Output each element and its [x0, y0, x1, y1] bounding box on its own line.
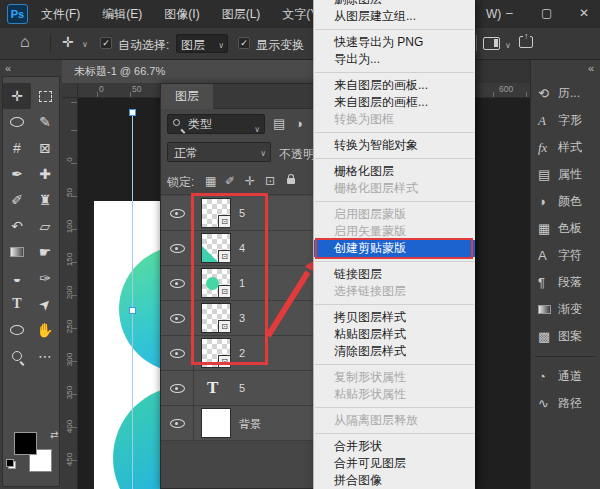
context-menu-item-24[interactable]: 清除图层样式 [314, 343, 475, 360]
foreground-color-swatch[interactable] [14, 432, 37, 455]
context-menu-item-7[interactable]: 来自图层的画框... [314, 94, 475, 111]
default-colors-icon[interactable] [6, 459, 16, 469]
workspace-icon[interactable] [483, 37, 500, 50]
visibility-eye-icon[interactable] [170, 349, 185, 358]
context-menu-item-23[interactable]: 粘贴图层样式 [314, 326, 475, 343]
menubar-item-3[interactable]: 图层(L) [211, 6, 272, 23]
context-menu-item-31[interactable]: 合并形状 [314, 438, 475, 455]
close-button[interactable]: ✕ [579, 6, 589, 20]
color-swatches: ⇄ [3, 429, 61, 485]
visibility-eye-icon[interactable] [170, 314, 185, 323]
healing-brush-tool[interactable]: ✚ [31, 161, 59, 187]
gradient-tool[interactable] [3, 239, 31, 265]
visibility-eye-icon[interactable] [170, 419, 185, 428]
edit-toolbar[interactable]: ⋯ [31, 343, 59, 369]
collapse-panel-icon[interactable]: « [5, 62, 11, 74]
dock-panel-paths[interactable]: ∿路径 [531, 390, 600, 417]
visibility-eye-icon[interactable] [170, 209, 185, 218]
layer-thumbnail[interactable] [201, 408, 231, 438]
layers-filter-dropdown[interactable]: 类型∨ [167, 114, 265, 134]
move-tool[interactable]: ✛ [3, 83, 31, 109]
document-tab[interactable]: 未标题-1 @ 66.7% [62, 60, 322, 83]
minimize-button[interactable]: – [506, 6, 513, 20]
context-menu-item-22[interactable]: 拷贝图层样式 [314, 309, 475, 326]
lock-all-icon[interactable] [287, 178, 295, 184]
context-menu-item-17[interactable]: 创建剪贴蒙版 [314, 240, 475, 257]
frame-tool[interactable]: ⊠ [31, 135, 59, 161]
collapse-panel-icon[interactable]: « [588, 62, 594, 74]
maximize-button[interactable]: ▢ [541, 6, 552, 20]
move-tool-icon[interactable]: ✛ [62, 34, 74, 50]
context-menu-item-6[interactable]: 来自图层的画板... [314, 77, 475, 94]
filter-adjustment-layers-icon[interactable]: ◑ [295, 116, 303, 131]
context-menu-item-1[interactable]: 从图层建立组... [314, 8, 475, 25]
home-icon[interactable]: ⌂ [20, 33, 30, 51]
lock-transparency-icon[interactable]: ▦ [205, 174, 216, 188]
zoom-tool[interactable] [3, 343, 31, 369]
lock-artboard-icon[interactable]: ⊡ [265, 174, 275, 188]
quick-select-tool[interactable]: ✎ [31, 109, 59, 135]
lock-position-icon[interactable]: ✛ [245, 174, 255, 188]
visibility-eye-icon[interactable] [170, 279, 185, 288]
context-menu-item-33[interactable]: 拼合图像 [314, 472, 475, 489]
crop-tool[interactable]: # [3, 135, 31, 161]
dock-panel-paragraph[interactable]: ¶段落 [531, 269, 600, 296]
type-tool[interactable]: T [3, 291, 31, 317]
filter-pixel-layers-icon[interactable]: ▤ [273, 116, 285, 131]
dock-panel-patterns[interactable]: ▩图案 [531, 323, 600, 350]
context-menu-item-12[interactable]: 栅格化图层 [314, 163, 475, 180]
marquee-tool[interactable] [31, 83, 59, 109]
dock-panel-character[interactable]: A字符 [531, 242, 600, 269]
layer-name: 背景 [239, 417, 261, 432]
eraser-tool[interactable]: ▱ [31, 213, 59, 239]
clone-stamp-tool[interactable]: ♜ [31, 187, 59, 213]
menubar-item-2[interactable]: 图像(I) [153, 6, 210, 23]
context-menu-item-0[interactable]: 删除图层 [314, 0, 475, 8]
chevron-down-icon[interactable]: ∨ [82, 40, 88, 49]
dock-panel-history[interactable]: ⟲历... [531, 80, 600, 107]
dock-panel-channels[interactable]: ◔通道 [531, 363, 600, 390]
visibility-eye-icon[interactable] [170, 244, 185, 253]
context-menu-item-32[interactable]: 合并可见图层 [314, 455, 475, 472]
dock-panel-styles[interactable]: fx样式 [531, 134, 600, 161]
auto-select-target-dropdown[interactable]: 图层∨ [176, 34, 228, 53]
menu-window-partial[interactable]: W) [486, 7, 501, 21]
context-menu-item-4[interactable]: 导出为... [314, 51, 475, 68]
transform-handle-middle[interactable] [129, 307, 136, 314]
pen-tool[interactable]: ✑ [31, 265, 59, 291]
visibility-eye-icon[interactable] [170, 384, 185, 393]
lock-paint-icon[interactable]: ✐ [225, 174, 235, 188]
context-menu-item-3[interactable]: 快速导出为 PNG [314, 34, 475, 51]
menubar-item-1[interactable]: 编辑(E) [91, 6, 153, 23]
dock-panel-properties[interactable]: ▤属性 [531, 161, 600, 188]
transform-handle-top[interactable] [129, 109, 136, 116]
path-select-tool[interactable]: ➤ [31, 291, 59, 317]
ruler-corner [62, 83, 78, 98]
smudge-tool[interactable]: ☛ [31, 239, 59, 265]
chevron-down-icon[interactable]: ∨ [505, 41, 511, 50]
dodge-tool[interactable]: ◒ [3, 265, 31, 291]
dock-panel-glyphs[interactable]: A字形 [531, 107, 600, 134]
text-layer-thumbnail[interactable]: T [207, 378, 218, 398]
v-ruler-label: 200 [65, 285, 74, 301]
show-transform-checkbox[interactable]: ✓ [238, 37, 250, 49]
share-icon[interactable] [519, 36, 533, 48]
marquee-tool-glyph [39, 91, 52, 102]
menubar-item-0[interactable]: 文件(F) [30, 6, 91, 23]
swap-colors-icon[interactable]: ⇄ [50, 429, 58, 440]
context-menu-item-10[interactable]: 转换为智能对象 [314, 137, 475, 154]
eyedropper-tool[interactable]: ✒ [3, 161, 31, 187]
history-brush-tool[interactable]: ↶ [3, 213, 31, 239]
blend-mode-dropdown[interactable]: 正常∨ [167, 142, 271, 162]
swatches-icon: ▦ [538, 221, 558, 236]
dock-panel-swatches[interactable]: ▦色板 [531, 215, 600, 242]
brush-tool[interactable]: ✐ [3, 187, 31, 213]
dock-panel-color[interactable]: ◑颜色 [531, 188, 600, 215]
hand-tool[interactable]: ✋ [31, 317, 59, 343]
shape-tool[interactable] [3, 317, 31, 343]
context-menu-item-19[interactable]: 链接图层 [314, 266, 475, 283]
lasso-tool[interactable] [3, 109, 31, 135]
dock-panel-gradients[interactable]: 渐变 [531, 296, 600, 323]
tab-layers[interactable]: 图层 [161, 84, 213, 109]
auto-select-checkbox[interactable]: ✓ [100, 37, 112, 49]
